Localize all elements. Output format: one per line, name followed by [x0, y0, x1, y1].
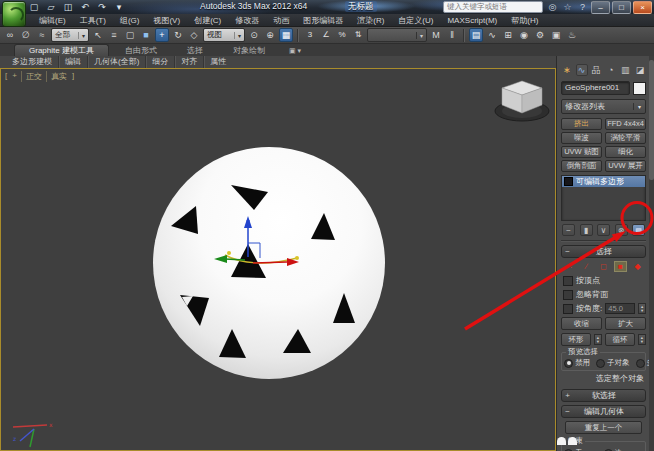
menu-maxscript[interactable]: MAXScript(M): [440, 14, 504, 27]
menu-customize[interactable]: 自定义(U): [391, 14, 440, 27]
menu-views[interactable]: 视图(V): [146, 14, 187, 27]
viewcube[interactable]: [495, 81, 549, 121]
favorites-star-icon[interactable]: ☆: [562, 1, 573, 13]
polygon-subobject-icon[interactable]: ■: [614, 261, 627, 272]
select-by-name-icon[interactable]: ≡: [107, 28, 121, 42]
tessellate-modifier-button[interactable]: 细化: [605, 146, 646, 158]
menu-group[interactable]: 组(G): [113, 14, 147, 27]
open-file-icon[interactable]: ▱: [45, 1, 57, 13]
select-and-manipulate-icon[interactable]: ⊕: [263, 28, 277, 42]
create-tab-icon[interactable]: ∗: [561, 64, 573, 76]
uvw-map-modifier-button[interactable]: UVW 贴图: [561, 146, 602, 158]
material-editor-icon[interactable]: ◉: [517, 28, 531, 42]
ribbon-tab-freeform[interactable]: 自由形式: [111, 45, 171, 56]
preview-multiple-radio[interactable]: [636, 359, 645, 368]
vertex-subobject-icon[interactable]: ∴: [563, 261, 576, 272]
motion-tab-icon[interactable]: ◔: [605, 64, 617, 76]
noise-modifier-button[interactable]: 噪波: [561, 132, 602, 144]
snap-toggle-3d-icon[interactable]: 3: [303, 28, 317, 42]
selection-region-icon[interactable]: ▢: [123, 28, 137, 42]
redo-icon[interactable]: ↷: [96, 1, 108, 13]
render-production-icon[interactable]: ♨: [565, 28, 579, 42]
ring-button[interactable]: 环形: [561, 333, 591, 346]
qat-dropdown-icon[interactable]: ▾: [113, 1, 125, 13]
gizmo-handle-dot[interactable]: [295, 256, 299, 260]
by-vertex-checkbox[interactable]: [563, 276, 573, 286]
angle-spinner[interactable]: ▴▾: [638, 303, 646, 314]
panel-properties[interactable]: 属性: [204, 56, 232, 68]
selection-rollout-header[interactable]: − 选择: [561, 245, 646, 258]
menu-rendering[interactable]: 渲染(R): [350, 14, 391, 27]
collapse-icon[interactable]: −: [562, 247, 573, 257]
viewport[interactable]: + 正交 真实: [0, 68, 556, 451]
use-pivot-center-icon[interactable]: ⊙: [247, 28, 261, 42]
viewport-menu-shading[interactable]: 真实: [47, 71, 71, 82]
utilities-tab-icon[interactable]: ◪: [634, 64, 646, 76]
ring-spinner[interactable]: ▴▾: [594, 334, 602, 345]
new-file-icon[interactable]: ▢: [28, 1, 40, 13]
grow-button[interactable]: 扩大: [605, 317, 646, 330]
menu-edit[interactable]: 编辑(E): [32, 14, 73, 27]
close-button[interactable]: ×: [633, 1, 652, 14]
viewport-label[interactable]: + 正交 真实: [5, 71, 74, 82]
select-and-move-icon[interactable]: +: [155, 28, 169, 42]
angle-snap-icon[interactable]: ∠: [319, 28, 333, 42]
modifier-stack[interactable]: 可编辑多边形: [561, 175, 646, 221]
repeat-last-button[interactable]: 重复上一个: [565, 421, 642, 434]
modify-tab-icon[interactable]: ∿: [576, 64, 588, 76]
unwrap-uvw-modifier-button[interactable]: UVW 展开: [605, 160, 646, 172]
extrude-modifier-button[interactable]: 挤出: [561, 118, 602, 130]
named-selection-sets-dropdown[interactable]: ▾: [367, 28, 427, 42]
remove-modifier-icon[interactable]: ⊗: [615, 224, 628, 236]
mirror-icon[interactable]: M: [429, 28, 443, 42]
select-and-link-icon[interactable]: ∞: [3, 28, 17, 42]
make-unique-icon[interactable]: ∨: [597, 224, 610, 236]
search-icon[interactable]: ◎: [547, 1, 558, 13]
panel-polygon-modeling[interactable]: 多边形建模: [6, 56, 59, 68]
gizmo-y-axis[interactable]: [225, 259, 245, 260]
hierarchy-tab-icon[interactable]: 品: [590, 64, 602, 76]
panel-edit[interactable]: 编辑: [59, 56, 88, 68]
minimize-button[interactable]: –: [591, 1, 610, 14]
select-and-scale-icon[interactable]: ◇: [187, 28, 201, 42]
infocenter-search-input[interactable]: 键入关键字或短语: [443, 1, 543, 13]
menu-modifiers[interactable]: 修改器: [228, 14, 266, 27]
curve-editor-icon[interactable]: ∿: [485, 28, 499, 42]
panel-geometry-all[interactable]: 几何体(全部): [88, 56, 146, 68]
gizmo-z-dot[interactable]: [247, 220, 250, 223]
menu-tools[interactable]: 工具(T): [73, 14, 113, 27]
align-icon[interactable]: ‖: [445, 28, 459, 42]
bevel-profile-modifier-button[interactable]: 倒角剖面: [561, 160, 602, 172]
object-color-swatch[interactable]: [633, 82, 646, 95]
panel-scrollbar[interactable]: [649, 56, 654, 451]
help-icon[interactable]: ?: [577, 1, 588, 13]
loop-button[interactable]: 循环: [605, 333, 635, 346]
unlink-selection-icon[interactable]: ∅: [19, 28, 33, 42]
stack-item-editable-poly[interactable]: 可编辑多边形: [562, 176, 645, 187]
display-tab-icon[interactable]: ▥: [619, 64, 631, 76]
spinner-snap-icon[interactable]: ⇅: [351, 28, 365, 42]
ribbon-tab-graphite[interactable]: Graphite 建模工具: [14, 44, 109, 56]
undo-icon[interactable]: ↶: [79, 1, 91, 13]
gizmo-x-axis[interactable]: [253, 262, 287, 263]
ffd-4x4x4-modifier-button[interactable]: FFD 4x4x4: [605, 118, 646, 130]
reference-coordinate-dropdown[interactable]: 视图 ▾: [203, 28, 245, 42]
configure-modifier-sets-button[interactable]: ▤: [632, 224, 645, 236]
3dsmax-logo-icon[interactable]: [2, 1, 26, 27]
border-subobject-icon[interactable]: ◻: [597, 261, 610, 272]
panel-subdivision[interactable]: 细分: [146, 56, 175, 68]
selection-filter-dropdown[interactable]: 全部 ▾: [51, 28, 89, 42]
ribbon-tab-selection[interactable]: 选择: [173, 45, 217, 56]
panel-align[interactable]: 对齐: [175, 56, 204, 68]
edit-geometry-rollout-header[interactable]: − 编辑几何体: [561, 405, 646, 418]
maximize-button[interactable]: □: [612, 1, 631, 14]
viewport-menu-pov[interactable]: 正交: [22, 71, 47, 82]
select-object-icon[interactable]: ↖: [91, 28, 105, 42]
menu-animation[interactable]: 动画: [266, 14, 296, 27]
manage-layers-icon[interactable]: ▤: [469, 28, 483, 42]
window-crossing-toggle-icon[interactable]: ■: [139, 28, 153, 42]
collapse-icon[interactable]: −: [562, 407, 573, 417]
keyboard-override-icon[interactable]: ▦: [279, 28, 293, 42]
show-end-result-icon[interactable]: ▮: [580, 224, 593, 236]
preview-subobject-radio[interactable]: [596, 359, 605, 368]
